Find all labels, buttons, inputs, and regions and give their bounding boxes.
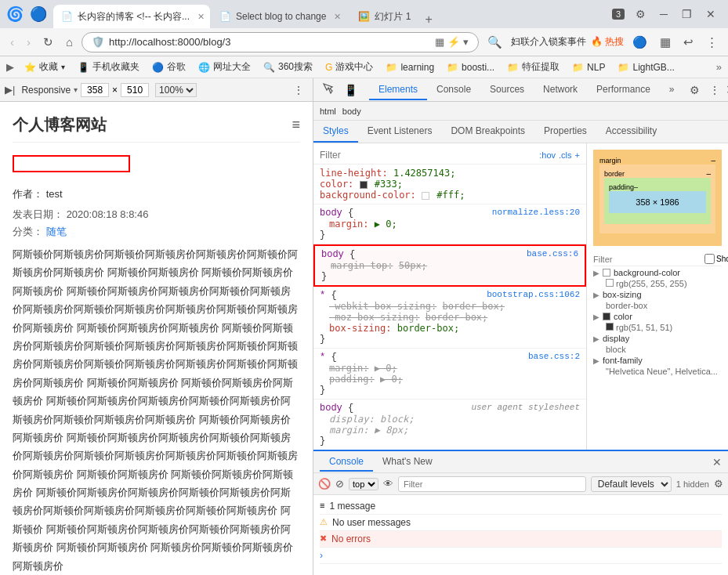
bookmark-features[interactable]: 📁 特征提取: [502, 59, 565, 75]
tab1-close[interactable]: ✕: [197, 12, 205, 22]
console-level-select[interactable]: Default levels Verbose Info Warnings Err…: [591, 476, 672, 492]
tab-elements[interactable]: Elements: [369, 80, 427, 100]
new-tab-button[interactable]: +: [420, 11, 436, 28]
devtools-close-btn[interactable]: ✕: [726, 82, 729, 98]
tab-sources[interactable]: Sources: [480, 80, 534, 100]
console-context-select[interactable]: top: [349, 478, 378, 490]
width-input[interactable]: [81, 83, 109, 97]
subtab-event-listeners[interactable]: Event Listeners: [358, 121, 442, 143]
bookmark-nlp[interactable]: 📁 NLP: [567, 60, 610, 74]
responsive-dropdown-icon[interactable]: ▾: [74, 85, 78, 94]
console-tab-whatsnew[interactable]: What's New: [373, 453, 442, 472]
bookmark-expand-icon[interactable]: ▶: [6, 61, 14, 73]
css-property-value[interactable]: 1.42857143;: [393, 168, 455, 179]
css-source-normalize[interactable]: normalize.less:20: [492, 208, 580, 217]
tab-console[interactable]: Console: [427, 80, 480, 100]
lightning-icon[interactable]: ⚡: [447, 36, 460, 48]
show-all-checkbox[interactable]: [704, 254, 715, 264]
computed-filter-input[interactable]: [593, 255, 701, 264]
bookmark-games[interactable]: G 游戏中心: [320, 59, 378, 75]
bookmark-nav[interactable]: 🌐 网址大全: [193, 59, 256, 75]
subtab-styles[interactable]: Styles: [313, 121, 358, 143]
devtools-toggle-icon[interactable]: ▶|: [5, 84, 15, 96]
css-filter-row: :hov .cls +: [313, 146, 586, 165]
devtools-settings-btn[interactable]: ⚙: [686, 82, 704, 98]
home-button[interactable]: ⌂: [62, 34, 77, 50]
more-responsive-options[interactable]: ⋮: [289, 82, 308, 98]
browser-tab-1[interactable]: 📄 长内容的博客 <!-- 长内容... ✕: [53, 5, 210, 28]
computed-value-color: rgb(51, 51, 51): [593, 323, 722, 332]
bookmark-favorites[interactable]: ⭐ 收藏 ▾: [19, 59, 71, 75]
expand-icon-boxsizing[interactable]: ▶: [593, 291, 599, 299]
subtab-dom-breakpoints[interactable]: DOM Breakpoints: [441, 121, 534, 143]
bookmark-learning[interactable]: 📁 learning: [380, 60, 440, 74]
bookmark-lightgb[interactable]: 📁 LightGB...: [612, 60, 679, 74]
css-source-base2[interactable]: base.css:2: [528, 352, 580, 361]
forward-button[interactable]: ›: [23, 34, 34, 50]
console-close-btn[interactable]: ✕: [712, 456, 722, 468]
tab-more[interactable]: »: [660, 80, 684, 100]
tab2-close[interactable]: ✕: [334, 12, 341, 22]
bookmark-boost[interactable]: 📁 boosti...: [441, 60, 500, 74]
css-property-value-bg[interactable]: #fff;: [436, 190, 465, 201]
css-property-name-bg[interactable]: background-color:: [320, 190, 416, 201]
search-button[interactable]: 🔍: [484, 34, 506, 51]
css-source-base[interactable]: base.css:6: [527, 249, 578, 259]
console-filter-btn[interactable]: ⊘: [335, 478, 344, 490]
folder-icon-learning: 📁: [386, 62, 397, 73]
console-filter-input[interactable]: [398, 476, 586, 492]
device-toggle-btn[interactable]: 📱: [340, 82, 361, 98]
restore-window-btn[interactable]: ❐: [675, 6, 698, 22]
grid-icon[interactable]: ▦: [435, 36, 444, 48]
category-link[interactable]: 随笔: [46, 226, 67, 237]
console-tab-console[interactable]: Console: [320, 453, 373, 472]
console-settings-btn[interactable]: ⚙: [714, 478, 723, 490]
bookmark-mobile[interactable]: 📱 手机收藏夹: [72, 59, 145, 75]
close-window-btn[interactable]: ✕: [700, 6, 722, 22]
reload-button[interactable]: ↻: [39, 34, 57, 51]
pseudo-cls[interactable]: .cls: [559, 150, 572, 160]
extensions-btn[interactable]: 🔵: [628, 34, 651, 51]
height-input[interactable]: [121, 83, 149, 97]
css-property-name[interactable]: line-height:: [320, 168, 388, 179]
show-all-label[interactable]: Show all: [704, 254, 728, 264]
css-property-name-color[interactable]: color:: [320, 179, 353, 190]
more-btn[interactable]: ⋮: [702, 34, 722, 51]
history-btn[interactable]: ↩: [679, 34, 697, 51]
add-rule-btn[interactable]: +: [575, 150, 580, 160]
zoom-select[interactable]: 100% 75% 50%: [155, 83, 197, 97]
breadcrumb-body[interactable]: body: [342, 107, 361, 116]
subtab-accessibility[interactable]: Accessibility: [596, 121, 666, 143]
browser-tab-3[interactable]: 🖼️ 幻灯片 1: [350, 5, 418, 28]
console-clear-btn[interactable]: 🚫: [318, 478, 331, 490]
dropdown-icon[interactable]: ▾: [463, 36, 469, 48]
expand-icon-display[interactable]: ▶: [593, 335, 599, 343]
inspect-element-btn[interactable]: [318, 81, 339, 99]
css-source-bootstrap[interactable]: bootstrap.css:1062: [487, 290, 580, 299]
bookmark-google[interactable]: 🔵 谷歌: [147, 59, 191, 75]
subtab-properties[interactable]: Properties: [534, 121, 596, 143]
bookmark-more-icon[interactable]: »: [716, 61, 722, 73]
minimize-window-btn[interactable]: ─: [654, 6, 674, 22]
console-msg-text-3: No errors: [331, 533, 371, 544]
css-property-value-color[interactable]: #333;: [375, 179, 403, 190]
expand-icon-bg[interactable]: ▶: [593, 269, 599, 277]
address-bar[interactable]: 🛡️ http://localhost:8000/blog/3 ▦ ⚡ ▾: [81, 32, 479, 52]
tab-performance[interactable]: Performance: [587, 80, 660, 100]
pseudo-hov[interactable]: :hov: [539, 150, 556, 160]
css-filter-input[interactable]: [320, 150, 536, 161]
browser-tab-2[interactable]: 📄 Select blog to change ✕: [212, 5, 349, 28]
expand-icon-color[interactable]: ▶: [593, 313, 599, 321]
settings-window-btn[interactable]: ⚙: [629, 6, 652, 22]
bookmark-360[interactable]: 🔍 360搜索: [258, 59, 318, 75]
tab-network[interactable]: Network: [534, 80, 587, 100]
back-button[interactable]: ‹: [6, 34, 18, 50]
console-eye-btn[interactable]: 👁: [383, 478, 393, 490]
apps-btn[interactable]: ▦: [656, 34, 675, 51]
browser-titlebar: 🌀 🔵 📄 长内容的博客 <!-- 长内容... ✕ 📄 Select blog…: [0, 0, 728, 28]
hamburger-menu[interactable]: ≡: [292, 117, 300, 133]
breadcrumb-html[interactable]: html: [320, 107, 336, 116]
expand-icon-fontfamily[interactable]: ▶: [593, 356, 599, 365]
devtools-more-btn[interactable]: ⋮: [705, 82, 724, 98]
console-prompt[interactable]: ›: [320, 548, 722, 564]
